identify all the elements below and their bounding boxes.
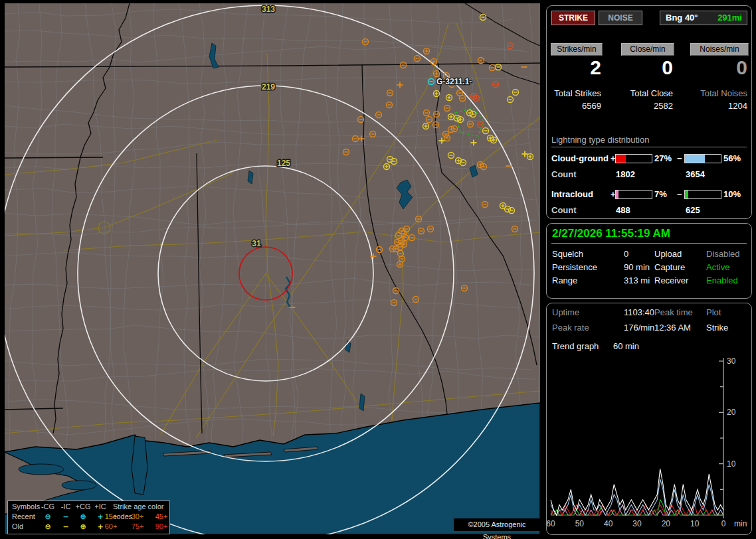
status-panel: 2/27/2026 11:55:19 AM Squelch 0 Upload D… (546, 223, 752, 299)
minus-icon: − (677, 153, 682, 163)
squelch-label: Squelch (552, 249, 583, 259)
plot-label: Plot (706, 307, 721, 317)
peak-time-label: Peak time (654, 307, 693, 317)
bearing-range-display: Bng 40° 291mi (660, 11, 747, 25)
circle-plus-icon: ⊕ (74, 522, 92, 532)
circle-minus-icon: ⊖ (40, 512, 56, 522)
trend-window-value: 60 min (613, 341, 639, 351)
count-label: Count (551, 169, 577, 179)
map-canvas[interactable]: 31321912531G-3211.1- Symbols -CG -IC +CG… (5, 3, 540, 534)
cg-plus-count: 1802 (616, 169, 635, 179)
svg-text:10: 10 (690, 519, 700, 528)
total-noises-value: 1204 (690, 101, 747, 111)
ic-plus-bar (615, 190, 652, 199)
bearing-label: Bng 40° (660, 13, 698, 23)
close-per-min-button[interactable]: Close/min (621, 43, 674, 56)
distribution-title: Lightning type distribution (551, 135, 649, 145)
trend-panel: Uptime 1103:40 Peak time Plot Peak rate … (546, 303, 752, 535)
cloud-ground-count-row: Count 1802 3654 (547, 169, 751, 180)
intracloud-label: Intracloud (551, 189, 593, 199)
total-noises-label: Total Noises (690, 88, 747, 98)
capture-label: Capture (654, 262, 685, 272)
storm-cell-label: G-3211.1- (436, 77, 472, 86)
trend-graph-header: Trend graph 60 min (552, 341, 639, 351)
ic-plus-pct: 7% (654, 189, 667, 199)
intracloud-row: Intracloud + 7% − 10% (547, 189, 751, 200)
total-strikes-value: 6569 (551, 101, 601, 111)
cloud-ground-row: Cloud-ground + 27% − 56% (547, 153, 751, 164)
noises-per-min-value: 0 (690, 56, 747, 79)
legend-col-neg-ic: -IC (58, 502, 73, 512)
age-90: 90+ (153, 522, 170, 532)
total-close-label: Total Close (621, 88, 673, 98)
trend-graph-chart: 1020306050403020100min (547, 355, 751, 533)
svg-text:0: 0 (721, 519, 726, 528)
total-strikes-label: Total Strikes (551, 88, 601, 98)
upload-label: Upload (654, 249, 682, 259)
legend-row-recent: Recent (12, 512, 35, 522)
uptime-value: 1103:40 (624, 307, 654, 317)
age-15: 15+ (102, 512, 120, 522)
trend-graph-label: Trend graph (552, 341, 599, 351)
legend-col-neg-cg: -CG (40, 502, 56, 512)
range-ring-label: 31 (252, 239, 261, 248)
range-ring-label: 313 (262, 5, 275, 14)
legend-col-pos-cg: +CG (74, 502, 92, 512)
cg-minus-pct: 56% (723, 153, 741, 163)
noise-mode-button[interactable]: NOISE (599, 11, 642, 25)
cg-plus-pct: 27% (654, 153, 672, 163)
bearing-range-value: 291mi (717, 11, 742, 25)
cloud-ground-label: Cloud-ground (551, 153, 609, 163)
ic-minus-pct: 10% (723, 189, 741, 199)
legend-row-old: Old (12, 522, 23, 532)
legend-symbols-header: Symbols (12, 502, 40, 512)
age-45: 45+ (153, 512, 170, 522)
svg-text:20: 20 (662, 519, 671, 528)
uptime-label: Uptime (552, 307, 579, 317)
range-value: 313 mi (624, 275, 650, 285)
minus-icon: − (58, 512, 73, 522)
radar-map: 31321912531G-3211.1- (5, 3, 540, 534)
divider (551, 147, 747, 147)
strikes-per-min-button[interactable]: Strikes/min (551, 43, 603, 56)
svg-text:60: 60 (547, 519, 555, 528)
squelch-value: 0 (624, 249, 628, 259)
minus-icon: − (58, 522, 73, 532)
total-close-value: 2582 (621, 101, 673, 111)
svg-text:10: 10 (727, 459, 736, 469)
range-ring-label: 219 (262, 82, 275, 92)
age-30: 30+ (129, 512, 146, 522)
map-legend: Symbols -CG -IC +CG +IC Strike age color… (7, 501, 170, 534)
circle-plus-icon: ⊕ (74, 512, 92, 522)
close-per-min-value: 0 (621, 56, 673, 79)
legend-col-pos-ic: +IC (93, 502, 108, 512)
svg-text:20: 20 (727, 408, 736, 417)
copyright-text: ©2005 Astrogenic Systems (454, 518, 540, 531)
svg-text:40: 40 (604, 519, 613, 528)
svg-text:50: 50 (575, 519, 585, 528)
cg-minus-bar (684, 154, 721, 163)
range-label: Range (552, 275, 577, 285)
receiver-state: Enabled (706, 275, 738, 285)
cg-minus-count: 3654 (686, 169, 705, 179)
peak-rate-value: 176/min (624, 323, 654, 333)
svg-text:min: min (734, 519, 747, 528)
ic-minus-count: 625 (686, 205, 700, 215)
age-75: 75+ (129, 522, 146, 532)
divider (551, 243, 747, 244)
intracloud-count-row: Count 488 625 (547, 205, 751, 216)
capture-state: Active (706, 262, 729, 272)
strikes-per-min-value: 2 (551, 56, 601, 79)
minus-icon: − (677, 189, 682, 199)
persistence-label: Persistence (552, 262, 597, 272)
age-60: 60+ (102, 522, 120, 532)
svg-text:30: 30 (727, 356, 736, 366)
svg-text:30: 30 (632, 519, 642, 528)
count-label: Count (551, 205, 577, 215)
peak-time-value: 12:36 AM (654, 323, 691, 333)
peak-rate-label: Peak rate (552, 323, 589, 333)
ic-minus-bar (684, 190, 721, 199)
strike-mode-button[interactable]: STRIKE (551, 11, 595, 25)
receiver-label: Receiver (654, 275, 688, 285)
noises-per-min-button[interactable]: Noises/min (690, 43, 749, 56)
